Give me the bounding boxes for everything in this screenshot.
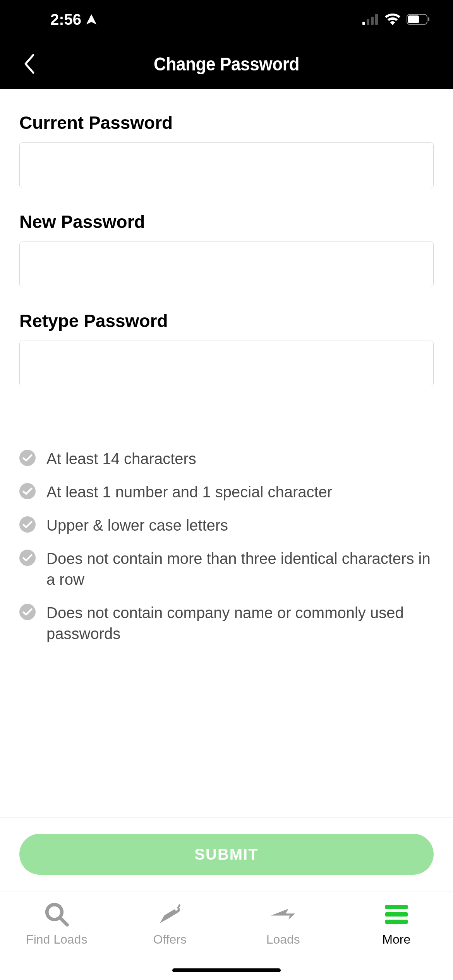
tab-find-loads[interactable]: Find Loads	[0, 901, 113, 980]
retype-password-label: Retype Password	[19, 310, 434, 331]
rule-text: Does not contain company name or commonl…	[46, 602, 434, 644]
menu-icon	[383, 901, 410, 928]
current-password-group: Current Password	[19, 112, 434, 188]
svg-rect-6	[428, 17, 429, 21]
status-time: 2:56	[50, 11, 98, 28]
check-circle-icon	[19, 516, 36, 533]
retype-password-input[interactable]	[19, 341, 434, 386]
status-bar: 2:56	[0, 0, 453, 39]
rule-text: At least 14 characters	[46, 448, 196, 469]
svg-point-10	[19, 550, 36, 566]
search-icon	[43, 901, 70, 928]
rule-text: Upper & lower case letters	[46, 515, 228, 536]
submit-container: SUBMIT	[0, 817, 453, 891]
svg-rect-16	[385, 912, 408, 917]
rule-item: At least 14 characters	[19, 448, 434, 469]
current-password-label: Current Password	[19, 112, 434, 133]
tab-more[interactable]: More	[340, 901, 453, 980]
retype-password-group: Retype Password	[19, 310, 434, 386]
tab-label: More	[382, 932, 410, 947]
svg-rect-2	[371, 17, 374, 25]
rule-item: At least 1 number and 1 special characte…	[19, 481, 434, 502]
new-password-input[interactable]	[19, 242, 434, 287]
svg-point-14	[175, 908, 178, 911]
svg-rect-17	[385, 920, 408, 924]
svg-rect-0	[362, 22, 365, 25]
tag-icon	[156, 901, 184, 928]
new-password-label: New Password	[19, 211, 434, 232]
wifi-icon	[385, 14, 400, 25]
svg-rect-5	[408, 15, 419, 23]
current-password-input[interactable]	[19, 142, 434, 188]
status-icons	[362, 14, 430, 25]
tab-bar: Find Loads Offers Loads More	[0, 891, 453, 980]
rule-item: Does not contain more than three identic…	[19, 548, 434, 590]
svg-rect-3	[375, 14, 378, 25]
location-icon	[85, 13, 98, 26]
nav-header: Change Password	[0, 39, 453, 89]
submit-button[interactable]: SUBMIT	[19, 834, 434, 875]
tab-label: Loads	[266, 932, 300, 947]
check-circle-icon	[19, 550, 36, 566]
svg-point-11	[19, 604, 36, 620]
rule-item: Upper & lower case letters	[19, 515, 434, 536]
content: Current Password New Password Retype Pas…	[0, 89, 453, 817]
svg-rect-15	[385, 905, 408, 909]
new-password-group: New Password	[19, 211, 434, 287]
svg-point-7	[19, 450, 36, 466]
page-title: Change Password	[18, 53, 435, 75]
svg-point-8	[19, 483, 36, 499]
arrow-icon	[269, 901, 297, 928]
check-circle-icon	[19, 483, 36, 499]
cellular-icon	[362, 14, 379, 25]
time-text: 2:56	[50, 11, 81, 28]
svg-point-9	[19, 516, 36, 533]
svg-line-13	[60, 918, 67, 925]
rule-item: Does not contain company name or commonl…	[19, 602, 434, 644]
password-rules: At least 14 characters At least 1 number…	[19, 448, 434, 644]
check-circle-icon	[19, 450, 36, 466]
home-indicator[interactable]	[172, 968, 281, 972]
check-circle-icon	[19, 604, 36, 620]
tab-label: Offers	[153, 932, 187, 947]
rule-text: At least 1 number and 1 special characte…	[46, 481, 332, 502]
tab-label: Find Loads	[26, 932, 87, 947]
battery-icon	[407, 14, 430, 25]
svg-rect-1	[367, 19, 369, 25]
rule-text: Does not contain more than three identic…	[46, 548, 434, 590]
